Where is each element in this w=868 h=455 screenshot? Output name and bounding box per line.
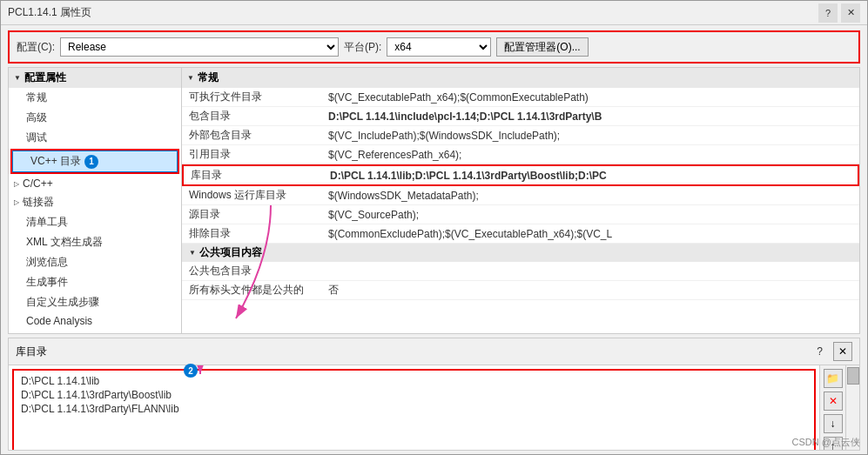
- general-section-title: 常规: [198, 70, 219, 85]
- bottom-panel-content: D:\PCL 1.14.1\lib D:\PCL 1.14.1\3rdParty…: [9, 365, 859, 450]
- bottom-panel-controls: ? ✕: [817, 342, 852, 361]
- config-manager-button[interactable]: 配置管理器(O)...: [496, 37, 588, 57]
- sidebar-item-cpp[interactable]: ▷ C/C++: [9, 175, 181, 192]
- prop-name-winrt: Windows 运行库目录: [189, 188, 328, 203]
- prop-value-winrt: $(WindowsSDK_MetadataPath);: [328, 190, 852, 202]
- sidebar-item-general[interactable]: 常规: [9, 88, 181, 108]
- prop-row-public-include: 公共包含目录: [182, 262, 859, 281]
- folder-button[interactable]: 📁: [824, 369, 843, 388]
- title-controls: ? ✕: [818, 3, 860, 23]
- collapse-icon: ▼: [14, 74, 21, 82]
- props-section-header: ▼ 常规: [182, 68, 859, 88]
- subsection-public: ▼ 公共项目内容: [182, 244, 859, 262]
- watermark: CSDN @点云侠: [792, 436, 860, 449]
- lib-list: D:\PCL 1.14.1\lib D:\PCL 1.14.1\3rdParty…: [12, 369, 816, 450]
- prop-row-all-public: 所有标头文件都是公共的 否: [182, 281, 859, 300]
- bottom-panel-header: 库目录 ? ✕: [9, 338, 859, 365]
- prop-name-ref: 引用目录: [189, 147, 328, 162]
- prop-name-public-include: 公共包含目录: [189, 264, 328, 278]
- sidebar-item-code-analysis[interactable]: Code Analysis: [9, 312, 181, 330]
- right-panel: ▼ 常规 可执行文件目录 $(VC_ExecutablePath_x64);$(…: [182, 67, 860, 334]
- bottom-panel: 库目录 ? ✕ D:\PCL 1.14.: [8, 338, 860, 451]
- config-bar: 配置(C): Release 平台(P): x64 配置管理器(O)...: [8, 30, 860, 64]
- vcpp-selected-container: VC++ 目录 1: [10, 149, 179, 174]
- scroll-thumb: [847, 367, 859, 385]
- prop-name-source: 源目录: [189, 207, 328, 222]
- config-select[interactable]: Release: [60, 37, 339, 57]
- platform-select[interactable]: x64: [387, 37, 491, 57]
- badge-2: 2: [184, 364, 198, 378]
- prop-row-external-include: 外部包含目录 $(VC_IncludePath);$(WindowsSDK_In…: [182, 126, 859, 145]
- general-collapse-icon: ▼: [187, 74, 194, 82]
- prop-row-exclude: 排除目录 $(CommonExcludePath);$(VC_Executabl…: [182, 224, 859, 244]
- lib-item-0: D:\PCL 1.14.1\lib: [21, 374, 807, 388]
- prop-value-all-public: 否: [328, 283, 852, 298]
- main-content: ▼ 配置属性 常规 高级 调试 VC++ 目录 1 ▷ C/C++: [8, 67, 860, 334]
- prop-row-executable: 可执行文件目录 $(VC_ExecutablePath_x64);$(Commo…: [182, 88, 859, 107]
- main-window: PCL1.14.1 属性页 ? ✕ 配置(C): Release 平台(P): …: [0, 0, 868, 455]
- delete-button[interactable]: ✕: [824, 391, 843, 411]
- cpp-expand-icon: ▷: [14, 180, 19, 188]
- move-down-button[interactable]: ↓: [824, 414, 843, 433]
- prop-row-source: 源目录 $(VC_SourcePath);: [182, 205, 859, 224]
- prop-row-include: 包含目录 D:\PCL 1.14.1\include\pcl-1.14;D:\P…: [182, 107, 859, 126]
- prop-value-source: $(VC_SourcePath);: [328, 209, 852, 221]
- folder-icon: 📁: [826, 372, 839, 385]
- close-button[interactable]: ✕: [841, 3, 860, 23]
- title-bar: PCL1.14.1 属性页 ? ✕: [1, 1, 867, 25]
- sidebar-item-build-events[interactable]: 生成事件: [9, 272, 181, 292]
- sidebar-item-debug[interactable]: 调试: [9, 128, 181, 148]
- sidebar: ▼ 配置属性 常规 高级 调试 VC++ 目录 1 ▷ C/C++: [8, 67, 182, 334]
- prop-value-ref: $(VC_ReferencesPath_x64);: [328, 149, 852, 161]
- window-title: PCL1.14.1 属性页: [8, 5, 91, 20]
- bottom-panel-title: 库目录: [16, 345, 47, 359]
- prop-value-exclude: $(CommonExcludePath);$(VC_ExecutablePath…: [328, 228, 852, 240]
- prop-row-winrt: Windows 运行库目录 $(WindowsSDK_MetadataPath)…: [182, 186, 859, 205]
- sidebar-item-linker[interactable]: ▷ 链接器: [9, 192, 181, 212]
- sidebar-item-advanced[interactable]: 高级: [9, 108, 181, 128]
- prop-value-external-include: $(VC_IncludePath);$(WindowsSDK_IncludePa…: [328, 130, 852, 142]
- sidebar-item-browse[interactable]: 浏览信息: [9, 252, 181, 272]
- sidebar-item-manifest[interactable]: 清单工具: [9, 212, 181, 232]
- prop-value-lib: D:\PCL 1.14.1\lib;D:\PCL 1.14.1\3rdParty…: [330, 170, 851, 182]
- prop-name-exclude: 排除目录: [189, 226, 328, 241]
- platform-label: 平台(P):: [344, 40, 381, 55]
- prop-name-executable: 可执行文件目录: [189, 90, 328, 104]
- linker-expand-icon: ▷: [14, 198, 19, 206]
- prop-value-executable: $(VC_ExecutablePath_x64);$(CommonExecuta…: [328, 91, 852, 104]
- prop-name-external-include: 外部包含目录: [189, 128, 328, 143]
- lib-item-2: D:\PCL 1.14.1\3rdParty\FLANN\lib: [21, 402, 807, 416]
- subsection-public-title: 公共项目内容: [199, 245, 262, 260]
- bottom-close-button[interactable]: ✕: [833, 342, 852, 361]
- config-label: 配置(C):: [17, 40, 55, 55]
- sidebar-section-title: 配置属性: [24, 70, 66, 85]
- down-arrow-icon: ↓: [831, 418, 836, 430]
- prop-row-ref: 引用目录 $(VC_ReferencesPath_x64);: [182, 145, 859, 164]
- prop-value-include: D:\PCL 1.14.1\include\pcl-1.14;D:\PCL 1.…: [328, 110, 852, 123]
- prop-row-lib: 库目录 D:\PCL 1.14.1\lib;D:\PCL 1.14.1\3rdP…: [182, 164, 859, 186]
- question-button[interactable]: ?: [818, 3, 838, 23]
- lib-item-1: D:\PCL 1.14.1\3rdParty\Boost\lib: [21, 388, 807, 402]
- prop-name-include: 包含目录: [189, 109, 328, 124]
- prop-name-all-public: 所有标头文件都是公共的: [189, 283, 328, 298]
- prop-name-lib: 库目录: [191, 168, 330, 183]
- sidebar-item-xml[interactable]: XML 文档生成器: [9, 232, 181, 252]
- public-collapse-icon: ▼: [189, 249, 196, 257]
- sidebar-item-vcpp[interactable]: VC++ 目录 1: [12, 151, 178, 172]
- badge-1: 1: [84, 155, 98, 169]
- sidebar-item-custom-build[interactable]: 自定义生成步骤: [9, 292, 181, 312]
- sidebar-section-header: ▼ 配置属性: [9, 68, 181, 88]
- bottom-question: ?: [817, 345, 823, 358]
- delete-icon: ✕: [829, 395, 838, 407]
